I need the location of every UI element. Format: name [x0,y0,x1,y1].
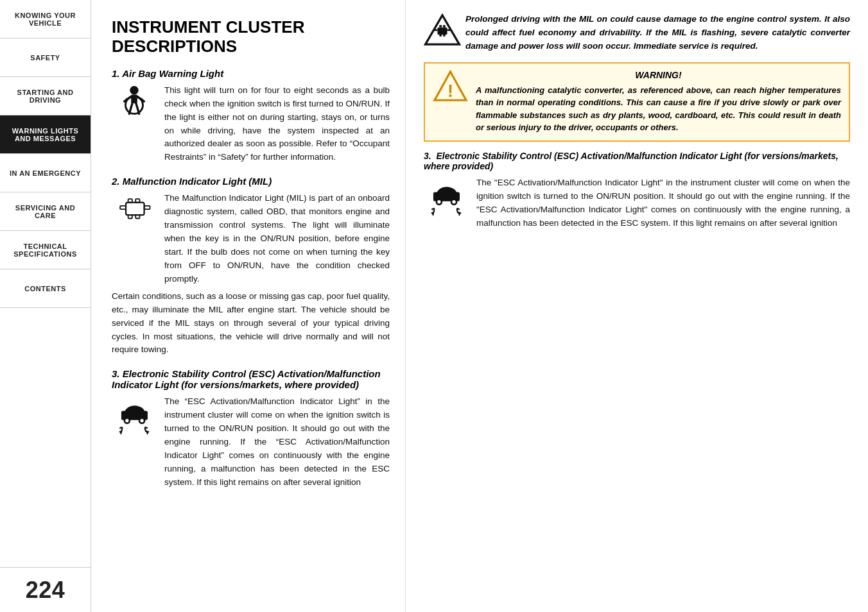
svg-line-5 [129,103,132,114]
section-1-title: 1. Air Bag Warning Light [112,68,390,79]
svg-rect-12 [135,199,139,202]
esc-right-icon [424,176,469,218]
caution-triangle-icon [424,13,459,48]
left-column: INSTRUMENT CLUSTER DESCRIPTIONS 1. Air B… [91,0,406,612]
svg-rect-10 [126,203,144,216]
svg-rect-13 [120,206,126,209]
warning-row: ! WARNING! A malfunctioning catalytic co… [433,70,841,134]
svg-rect-31 [443,35,446,37]
mil-caution-box: Prolonged driving with the MIL on could … [424,13,850,53]
svg-rect-25 [437,28,447,35]
svg-point-38 [452,200,455,203]
section-airbag: 1. Air Bag Warning Light [112,68,390,165]
section-3-right-title: 3. Electronic Stability Control (ESC) Ac… [424,151,850,171]
section-3-title: 3. Electronic Stability Control (ESC) Ac… [112,368,390,390]
warning-body: A malfunctioning catalytic converter, as… [476,84,841,134]
svg-marker-39 [431,212,434,216]
svg-rect-26 [439,25,442,28]
sidebar-item-servicing-and-care[interactable]: SERVICING AND CARE [0,192,91,231]
sidebar: KNOWING YOUR VEHICLE SAFETY STARTING AND… [0,0,91,612]
svg-line-6 [136,103,139,114]
section-2-body-part1: The Malfunction Indicator Light (MIL) is… [164,192,390,285]
warning-box: ! WARNING! A malfunctioning catalytic co… [424,62,850,142]
esc-icon [112,395,157,437]
main-content: INSTRUMENT CLUSTER DESCRIPTIONS 1. Air B… [91,0,868,612]
esc-right-icon-row: The "ESC Activation/Malfunction Indicato… [424,176,850,230]
esc-right-body: The "ESC Activation/Malfunction Indicato… [476,176,850,230]
page-title: INSTRUMENT CLUSTER DESCRIPTIONS [112,18,390,56]
svg-point-21 [140,419,143,422]
svg-marker-22 [119,430,122,435]
sidebar-item-warning-lights-and-messages[interactable]: WARNING LIGHTS AND MESSAGES [0,115,91,154]
sidebar-item-technical-specifications[interactable]: TECHNICAL SPECIFICATIONS [0,231,91,269]
sidebar-item-safety[interactable]: SAFETY [0,38,91,77]
sidebar-item-in-an-emergency[interactable]: IN AN EMERGENCY [0,154,91,192]
sidebar-item-knowing-your-vehicle[interactable]: KNOWING YOUR VEHICLE [0,0,91,38]
sidebar-item-contents[interactable]: CONTENTS [0,269,91,308]
airbag-icon [112,84,157,121]
svg-marker-23 [146,430,149,435]
airbag-icon-text-row: This light will turn on for four to eigh… [112,84,390,165]
sidebar-item-starting-and-driving[interactable]: STARTING AND DRIVING [0,77,91,115]
svg-rect-29 [447,30,452,31]
esc-icon-text-row: The “ESC Activation/Malfunction Indicato… [112,395,390,489]
svg-rect-28 [433,30,438,31]
mil-caution-text: Prolonged driving with the MIL on could … [465,13,850,53]
svg-rect-16 [135,215,139,218]
section-1-body: This light will turn on for four to eigh… [164,84,390,165]
warning-header: WARNING! [476,70,841,80]
svg-rect-30 [439,35,442,37]
section-3-body: The “ESC Activation/Malfunction Indicato… [164,395,390,489]
right-column: Prolonged driving with the MIL on could … [406,0,868,612]
svg-rect-27 [443,25,446,28]
svg-point-0 [130,86,139,95]
svg-point-19 [125,419,128,422]
page-number: 224 [0,567,91,612]
warning-triangle-icon: ! [433,70,468,104]
svg-text:!: ! [447,81,453,101]
mil-icon-text-row: The Malfunction Indicator Light (MIL) is… [112,192,390,285]
svg-rect-14 [144,206,150,209]
svg-marker-40 [458,212,461,216]
section-2-body-part2: Certain conditions, such as a loose or m… [112,290,390,357]
mil-icon [112,192,157,224]
section-mil: 2. Malfunction Indicator Light (MIL) [112,176,390,357]
section-2-title: 2. Malfunction Indicator Light (MIL) [112,176,390,187]
section-esc: 3. Electronic Stability Control (ESC) Ac… [112,368,390,489]
svg-rect-11 [128,199,132,202]
svg-point-36 [437,200,440,203]
svg-rect-15 [128,215,132,218]
